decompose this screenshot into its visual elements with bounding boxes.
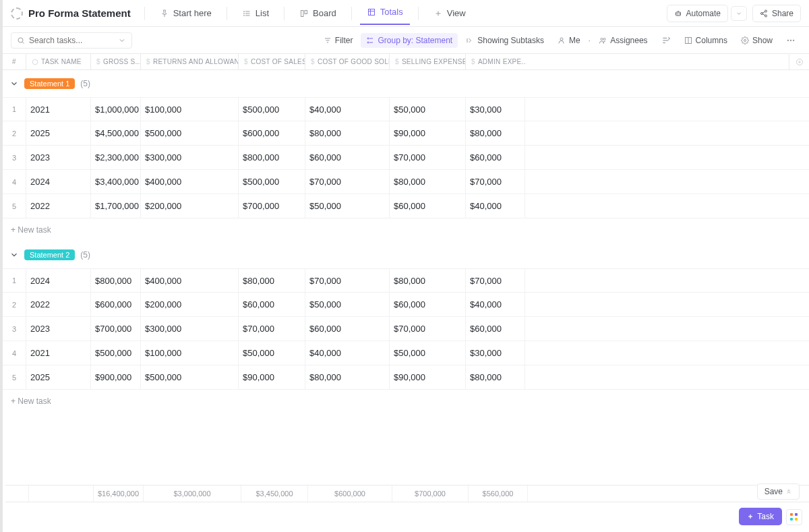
cell-gross[interactable]: $700,000	[90, 317, 140, 341]
save-button[interactable]: Save	[757, 483, 800, 500]
cell-returns[interactable]: $400,000	[140, 170, 238, 194]
table-row[interactable]: 4 2024 $3,400,000 $400,000 $500,000 $70,…	[3, 170, 809, 194]
cell-selling[interactable]: $80,000	[389, 269, 465, 292]
show-button[interactable]: Show	[736, 33, 778, 48]
cell-selling[interactable]: $50,000	[389, 98, 465, 121]
col-selling[interactable]: $ SELLING EXPENSES	[389, 54, 465, 69]
group-header[interactable]: Statement 2 (5)	[3, 241, 809, 268]
cell-task[interactable]: 2024	[26, 269, 90, 292]
cell-cogs[interactable]: $80,000	[305, 121, 389, 145]
table-row[interactable]: 5 2022 $1,700,000 $200,000 $700,000 $50,…	[3, 194, 809, 218]
table-row[interactable]: 1 2021 $1,000,000 $100,000 $500,000 $40,…	[3, 97, 809, 121]
cell-admin[interactable]: $70,000	[465, 269, 525, 292]
cell-admin[interactable]: $70,000	[465, 170, 525, 194]
cell-gross[interactable]: $900,000	[90, 365, 140, 389]
share-button[interactable]: Share	[752, 5, 801, 22]
cell-selling[interactable]: $80,000	[389, 170, 465, 194]
new-task-button[interactable]: Task	[739, 508, 782, 525]
cell-cogs[interactable]: $60,000	[305, 317, 389, 341]
automate-dropdown[interactable]	[731, 6, 747, 21]
table-row[interactable]: 5 2025 $900,000 $500,000 $90,000 $80,000…	[3, 365, 809, 390]
cell-returns[interactable]: $300,000	[140, 317, 238, 341]
cell-gross[interactable]: $2,300,000	[90, 146, 140, 169]
cell-task[interactable]: 2023	[26, 317, 90, 341]
cell-admin[interactable]: $30,000	[465, 98, 525, 121]
col-returns[interactable]: $ RETURNS AND ALLOWANC...	[140, 54, 238, 69]
table-row[interactable]: 2 2025 $4,500,000 $500,000 $600,000 $80,…	[3, 121, 809, 146]
chevron-down-icon[interactable]	[118, 36, 126, 45]
cell-cost-sales[interactable]: $500,000	[238, 170, 305, 194]
cell-admin[interactable]: $40,000	[465, 194, 525, 218]
columns-button[interactable]: Columns	[679, 33, 733, 48]
nav-board[interactable]: Board	[293, 4, 343, 22]
cell-admin[interactable]: $30,000	[465, 341, 525, 365]
search-wrap[interactable]	[11, 32, 132, 49]
cell-returns[interactable]: $500,000	[140, 121, 238, 145]
cell-cogs[interactable]: $40,000	[305, 98, 389, 121]
col-gross[interactable]: $ GROSS S...	[90, 54, 140, 69]
cell-task[interactable]: 2022	[26, 194, 90, 218]
nav-start-here[interactable]: Start here	[153, 4, 218, 22]
cell-task[interactable]: 2022	[26, 293, 90, 316]
col-admin[interactable]: $ ADMIN EXPE...	[465, 54, 525, 69]
nav-totals[interactable]: Totals	[360, 3, 410, 25]
table-row[interactable]: 3 2023 $700,000 $300,000 $70,000 $60,000…	[3, 317, 809, 341]
cell-selling[interactable]: $60,000	[389, 194, 465, 218]
cell-returns[interactable]: $300,000	[140, 146, 238, 169]
table-row[interactable]: 3 2023 $2,300,000 $300,000 $800,000 $60,…	[3, 146, 809, 170]
cell-cost-sales[interactable]: $500,000	[238, 98, 305, 121]
cell-cost-sales[interactable]: $80,000	[238, 269, 305, 292]
cell-selling[interactable]: $70,000	[389, 146, 465, 169]
me-button[interactable]: Me	[552, 33, 586, 48]
cell-selling[interactable]: $90,000	[389, 121, 465, 145]
cell-cost-sales[interactable]: $60,000	[238, 293, 305, 316]
nav-add-view[interactable]: View	[427, 4, 473, 22]
new-task-link[interactable]: + New task	[3, 218, 809, 241]
search-input[interactable]	[29, 36, 117, 45]
cell-task[interactable]: 2021	[26, 341, 90, 365]
cell-returns[interactable]: $400,000	[140, 269, 238, 292]
cell-task[interactable]: 2023	[26, 146, 90, 169]
table-row[interactable]: 4 2021 $500,000 $100,000 $50,000 $40,000…	[3, 341, 809, 365]
cell-task[interactable]: 2025	[26, 365, 90, 389]
cell-cogs[interactable]: $60,000	[305, 146, 389, 169]
cell-cogs[interactable]: $50,000	[305, 293, 389, 316]
col-cogs[interactable]: $ COST OF GOOD SOLD	[305, 54, 389, 69]
cell-selling[interactable]: $90,000	[389, 365, 465, 389]
cell-gross[interactable]: $600,000	[90, 293, 140, 316]
cell-returns[interactable]: $500,000	[140, 365, 238, 389]
cell-task[interactable]: 2025	[26, 121, 90, 145]
cell-cogs[interactable]: $50,000	[305, 194, 389, 218]
cell-cost-sales[interactable]: $90,000	[238, 365, 305, 389]
cell-admin[interactable]: $60,000	[465, 146, 525, 169]
cell-cost-sales[interactable]: $600,000	[238, 121, 305, 145]
automate-button[interactable]: Automate	[667, 5, 728, 22]
cell-gross[interactable]: $1,000,000	[90, 98, 140, 121]
cell-task[interactable]: 2024	[26, 170, 90, 194]
table-row[interactable]: 2 2022 $600,000 $200,000 $60,000 $50,000…	[3, 293, 809, 317]
nav-list[interactable]: List	[235, 4, 276, 22]
cell-gross[interactable]: $3,400,000	[90, 170, 140, 194]
group-header[interactable]: Statement 1 (5)	[3, 70, 809, 97]
cell-admin[interactable]: $80,000	[465, 121, 525, 145]
new-task-link[interactable]: + New task	[3, 390, 809, 413]
apps-button[interactable]	[786, 509, 802, 525]
cell-gross[interactable]: $1,700,000	[90, 194, 140, 218]
cell-task[interactable]: 2021	[26, 98, 90, 121]
sort-button[interactable]	[656, 33, 676, 48]
more-button[interactable]	[781, 33, 801, 48]
cell-cost-sales[interactable]: $50,000	[238, 341, 305, 365]
cell-admin[interactable]: $60,000	[465, 317, 525, 341]
subtasks-button[interactable]: Showing Subtasks	[460, 33, 549, 48]
cell-cogs[interactable]: $80,000	[305, 365, 389, 389]
cell-cost-sales[interactable]: $800,000	[238, 146, 305, 169]
cell-cogs[interactable]: $70,000	[305, 269, 389, 292]
cell-cogs[interactable]: $70,000	[305, 170, 389, 194]
filter-button[interactable]: Filter	[318, 33, 359, 48]
cell-gross[interactable]: $800,000	[90, 269, 140, 292]
cell-admin[interactable]: $40,000	[465, 293, 525, 316]
assignees-button[interactable]: Assignees	[593, 33, 653, 48]
cell-selling[interactable]: $70,000	[389, 317, 465, 341]
col-task-name[interactable]: TASK NAME	[26, 54, 90, 69]
groupby-button[interactable]: Group by: Statement	[361, 33, 458, 48]
